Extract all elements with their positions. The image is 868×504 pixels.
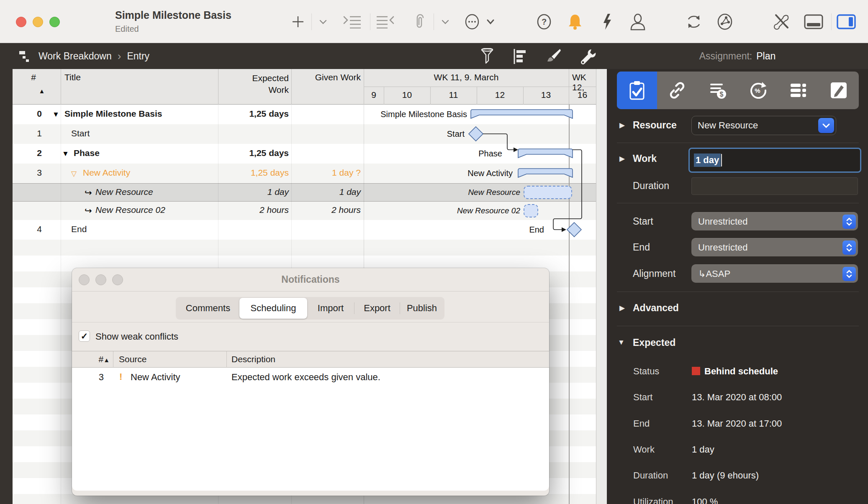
inspector-divider [617, 326, 859, 326]
settings-tools-icon[interactable] [772, 12, 792, 32]
sort-ascending-icon[interactable]: ▲ [29, 87, 54, 95]
inspector-tab-bar: $ % [617, 72, 859, 109]
gantt-milestone-end[interactable] [567, 223, 581, 237]
more-actions-chevron[interactable] [480, 12, 501, 32]
duration-field-label: Duration [633, 180, 669, 192]
day-header-16[interactable]: 16 [569, 90, 596, 100]
gantt-bar-phase[interactable] [518, 149, 573, 158]
tab-links-icon[interactable] [657, 72, 697, 109]
svg-text:%: % [755, 87, 760, 94]
network-publish-icon[interactable] [715, 12, 735, 32]
duration-input[interactable] [691, 177, 858, 195]
column-line [61, 105, 61, 504]
end-constraint-popup[interactable]: Unrestricted [691, 238, 858, 256]
minimize-window-button[interactable] [33, 17, 43, 27]
expected-utilization-value: 100 % [692, 496, 718, 504]
tab-import[interactable]: Import [307, 298, 354, 319]
work-input[interactable]: 1 day [688, 148, 861, 173]
inspector-divider [617, 292, 859, 292]
day-divider [384, 87, 384, 105]
more-actions-button[interactable] [462, 12, 482, 32]
column-header-expected-work[interactable]: Expected Work [222, 72, 289, 96]
column-divider [226, 351, 227, 368]
stepper-icon[interactable] [842, 215, 856, 229]
add-item-menu-chevron[interactable] [313, 12, 333, 32]
stepper-icon[interactable] [842, 267, 856, 281]
toolbar-divider [434, 13, 434, 30]
stepper-icon[interactable] [842, 240, 856, 255]
column-header-title[interactable]: Title [64, 72, 81, 82]
breadcrumb-view[interactable]: Work Breakdown [39, 51, 112, 62]
column-divider [218, 69, 218, 105]
gantt-assignment-bar-resource-2[interactable] [524, 205, 538, 217]
sync-icon[interactable] [684, 12, 704, 32]
notifications-bell-icon[interactable] [565, 12, 585, 32]
column-header-given-work[interactable]: Given Work [294, 72, 361, 82]
document-state: Edited [115, 24, 139, 34]
breadcrumb-mode[interactable]: Entry [127, 51, 149, 62]
gantt-header-week-12[interactable]: WK 12, [572, 72, 596, 92]
day-header-10[interactable]: 10 [384, 90, 430, 100]
tab-scheduling[interactable]: Scheduling [239, 298, 307, 319]
gantt-header-week-11[interactable]: WK 11, 9. March [364, 72, 569, 82]
gantt-bar-project[interactable] [471, 110, 573, 118]
day-header-9[interactable]: 9 [364, 90, 384, 100]
conflicts-column-source[interactable]: Source [119, 354, 147, 364]
conflicts-bolt-icon[interactable] [597, 12, 617, 32]
indent-button[interactable] [342, 12, 362, 32]
zoom-window-button[interactable] [49, 17, 60, 27]
alignment-value: ↳ASAP [698, 269, 730, 279]
conflicts-column-description[interactable]: Description [231, 354, 275, 364]
show-weak-conflicts-checkbox[interactable]: ✓ [79, 330, 90, 342]
disclosure-open-icon[interactable]: ▼ [52, 110, 59, 119]
toggle-right-panel-button[interactable] [836, 12, 856, 32]
expected-start-label: Start [633, 392, 652, 403]
start-constraint-popup[interactable]: Unrestricted [691, 212, 858, 230]
alignment-popup[interactable]: ↳ASAP [691, 264, 858, 283]
attach-menu-chevron[interactable] [435, 12, 455, 32]
expected-disclosure-icon[interactable]: ▼ [618, 338, 625, 347]
tab-note-icon[interactable] [819, 72, 859, 109]
chevron-down-icon[interactable] [818, 118, 834, 133]
expected-end-value: 13. Mar 2020 at 17:00 [692, 418, 782, 429]
outdent-button[interactable] [375, 12, 395, 32]
day-header-11[interactable]: 11 [430, 90, 477, 100]
resources-person-icon[interactable] [628, 12, 648, 32]
disclosure-open-icon[interactable]: ▼ [62, 150, 69, 158]
resource-disclosure-icon[interactable]: ▶ [619, 121, 625, 130]
conflict-row[interactable]: 3 ! New Activity Expected work exceeds g… [72, 368, 549, 388]
tab-plan-clipboard-icon[interactable] [617, 72, 657, 109]
work-disclosure-icon[interactable]: ▶ [619, 154, 625, 163]
tab-export[interactable]: Export [354, 298, 400, 319]
gantt-bar-activity[interactable] [518, 169, 573, 177]
style-brush-icon[interactable] [544, 47, 562, 66]
tab-publish[interactable]: Publish [400, 298, 444, 319]
tab-utilization-icon[interactable]: % [738, 72, 778, 109]
tab-cost-icon[interactable]: $ [698, 72, 738, 109]
help-button[interactable]: ? [534, 12, 554, 32]
day-header-12[interactable]: 12 [477, 90, 523, 100]
day-header-13[interactable]: 13 [523, 90, 569, 100]
attach-file-button[interactable] [410, 12, 430, 32]
close-window-button[interactable] [16, 17, 26, 27]
toolbar-divider [311, 13, 312, 30]
filter-funnel-icon[interactable] [478, 47, 496, 66]
resource-dropdown[interactable]: New Resource [691, 116, 836, 135]
left-edge-strip [0, 69, 13, 504]
tab-comments[interactable]: Comments [177, 298, 239, 319]
add-item-button[interactable] [288, 12, 308, 32]
settings-wrench-icon[interactable] [578, 47, 597, 66]
conflict-disclosure-icon[interactable]: ▽ [71, 169, 77, 178]
gantt-assignment-bar-resource-1[interactable] [524, 186, 572, 199]
column-header-number[interactable]: # [21, 72, 46, 82]
toggle-bottom-panel-button[interactable] [804, 12, 824, 32]
vertical-scrollbar-track[interactable] [596, 69, 607, 504]
advanced-disclosure-icon[interactable]: ▶ [619, 304, 625, 312]
toolbar-divider [370, 13, 370, 30]
advanced-section-label: Advanced [633, 302, 679, 314]
gantt-milestone-start[interactable] [469, 127, 483, 141]
breadcrumb[interactable]: Work Breakdown › Entry [18, 49, 149, 63]
tab-assignments-icon[interactable] [778, 72, 818, 109]
conflicts-column-number[interactable]: #▲ [89, 354, 110, 364]
outline-view-icon[interactable] [511, 47, 530, 66]
